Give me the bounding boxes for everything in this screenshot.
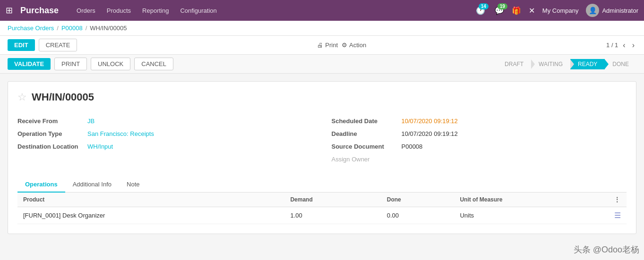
left-fields: Receive From JB Operation Type San Franc… — [17, 115, 313, 166]
user-name: Administrator — [602, 7, 638, 14]
action-bar: EDIT CREATE 🖨 Print ⚙ Action 1 / 1 ‹ › — [0, 36, 644, 55]
print-toolbar-button[interactable]: PRINT — [54, 58, 87, 70]
clock-badge: 14 — [479, 3, 489, 9]
col-product: Product — [17, 193, 284, 207]
operation-type-value[interactable]: San Francisco: Receipts — [87, 130, 154, 137]
list-view-icon[interactable]: ☰ — [614, 211, 621, 219]
destination-location-value[interactable]: WH/Input — [87, 143, 113, 150]
navbar-right: 🕐14 💬19 🎁 ✕ My Company 👤 Administrator — [476, 4, 638, 17]
receive-from-row: Receive From JB — [17, 115, 313, 127]
status-ready: READY — [570, 59, 605, 69]
deadline-row: Deadline 10/07/2020 09:19:12 — [332, 127, 627, 140]
scheduled-date-label: Scheduled Date — [332, 117, 398, 125]
breadcrumb-p00008[interactable]: P00008 — [61, 25, 83, 32]
star-icon[interactable]: ☆ — [17, 91, 27, 103]
form-title: WH/IN/00005 — [32, 91, 94, 103]
deadline-value: 10/07/2020 09:19:12 — [402, 130, 458, 137]
navbar-menu: Orders Products Reporting Configuration — [72, 4, 472, 17]
gear-icon: ⚙ — [342, 42, 347, 49]
receive-from-label: Receive From — [17, 117, 84, 125]
company-name: My Company — [542, 7, 579, 14]
table-row: [FURN_0001] Desk Organizer 1.00 0.00 Uni… — [17, 207, 627, 224]
form-title-row: ☆ WH/IN/00005 — [17, 91, 627, 103]
create-button[interactable]: CREATE — [39, 39, 77, 51]
right-fields: Scheduled Date 10/07/2020 09:19:12 Deadl… — [332, 115, 627, 166]
tab-additional-info[interactable]: Additional Info — [65, 177, 119, 193]
source-document-row: Source Document P00008 — [332, 140, 627, 153]
printer-icon: 🖨 — [317, 42, 323, 49]
tab-note[interactable]: Note — [119, 177, 147, 193]
breadcrumb-sep-1: / — [57, 25, 59, 32]
assign-owner-value[interactable]: Assign Owner — [332, 156, 370, 163]
user-menu[interactable]: 👤 Administrator — [586, 4, 638, 17]
toolbar: VALIDATE PRINT UNLOCK CANCEL DRAFT WAITI… — [0, 55, 644, 74]
cell-demand: 1.00 — [284, 207, 381, 224]
navbar-item-orders[interactable]: Orders — [72, 4, 100, 17]
print-button[interactable]: 🖨 Print — [317, 42, 338, 49]
avatar: 👤 — [586, 4, 599, 17]
validate-button[interactable]: VALIDATE — [8, 58, 51, 70]
navbar-item-reporting[interactable]: Reporting — [137, 4, 173, 17]
main-content: ☆ WH/IN/00005 Receive From JB Operation … — [0, 74, 644, 242]
gift-icon[interactable]: 🎁 — [512, 6, 521, 15]
company-selector[interactable]: My Company — [542, 7, 579, 14]
destination-location-label: Destination Location — [17, 143, 84, 150]
assign-owner-row: Assign Owner — [332, 153, 627, 166]
next-button[interactable]: › — [630, 40, 636, 50]
destination-location-row: Destination Location WH/Input — [17, 140, 313, 153]
receive-from-value[interactable]: JB — [87, 117, 94, 125]
messages-badge: 19 — [498, 3, 507, 9]
cell-unit: Units — [454, 207, 609, 224]
cell-done: 0.00 — [381, 207, 455, 224]
source-document-value: P00008 — [402, 143, 423, 150]
breadcrumb-sep-2: / — [86, 25, 87, 32]
grid-icon[interactable]: ⊞ — [6, 5, 13, 16]
clock-icon[interactable]: 🕐14 — [476, 6, 485, 15]
navbar-item-configuration[interactable]: Configuration — [175, 4, 221, 17]
source-document-label: Source Document — [332, 143, 398, 150]
operation-type-row: Operation Type San Francisco: Receipts — [17, 127, 313, 140]
messages-icon[interactable]: 💬19 — [495, 6, 504, 15]
scheduled-date-row: Scheduled Date 10/07/2020 09:19:12 — [332, 115, 627, 127]
breadcrumb-purchase-orders[interactable]: Purchase Orders — [8, 25, 54, 32]
breadcrumb-current: WH/IN/00005 — [90, 25, 127, 32]
tab-operations[interactable]: Operations — [17, 177, 65, 193]
print-label: Print — [325, 42, 338, 49]
pagination-text: 1 / 1 — [606, 42, 618, 49]
scheduled-date-value: 10/07/2020 09:19:12 — [402, 117, 458, 125]
col-demand: Demand — [284, 193, 381, 207]
navbar-item-products[interactable]: Products — [102, 4, 136, 17]
cancel-button[interactable]: CANCEL — [134, 58, 173, 70]
status-draft: DRAFT — [497, 59, 531, 69]
col-unit: Unit of Measure — [454, 193, 609, 207]
bug-icon[interactable]: ✕ — [529, 6, 535, 15]
form-card: ☆ WH/IN/00005 Receive From JB Operation … — [8, 81, 636, 234]
table-header-row: Product Demand Done Unit of Measure ⋮ — [17, 193, 627, 207]
status-waiting: WAITING — [531, 59, 570, 69]
operation-type-label: Operation Type — [17, 130, 84, 137]
action-label: Action — [349, 42, 366, 49]
breadcrumb: Purchase Orders / P00008 / WH/IN/00005 — [0, 21, 644, 36]
form-fields: Receive From JB Operation Type San Franc… — [17, 115, 627, 166]
navbar: ⊞ Purchase Orders Products Reporting Con… — [0, 0, 644, 21]
status-bar: DRAFT WAITING READY DONE — [497, 59, 636, 69]
pagination: 1 / 1 ‹ › — [606, 40, 636, 50]
col-done: Done — [381, 193, 455, 207]
navbar-brand: Purchase — [20, 6, 59, 16]
deadline-label: Deadline — [332, 130, 398, 137]
tabs: Operations Additional Info Note — [17, 177, 627, 193]
prev-button[interactable]: ‹ — [621, 40, 627, 50]
col-actions: ⋮ — [609, 193, 627, 207]
unlock-button[interactable]: UNLOCK — [91, 58, 130, 70]
status-done: DONE — [605, 59, 636, 69]
action-button[interactable]: ⚙ Action — [342, 42, 366, 49]
cell-list-icon[interactable]: ☰ — [609, 207, 627, 224]
operations-table: Product Demand Done Unit of Measure ⋮ [F… — [17, 193, 627, 224]
edit-button[interactable]: EDIT — [8, 39, 35, 51]
cell-product: [FURN_0001] Desk Organizer — [17, 207, 284, 224]
